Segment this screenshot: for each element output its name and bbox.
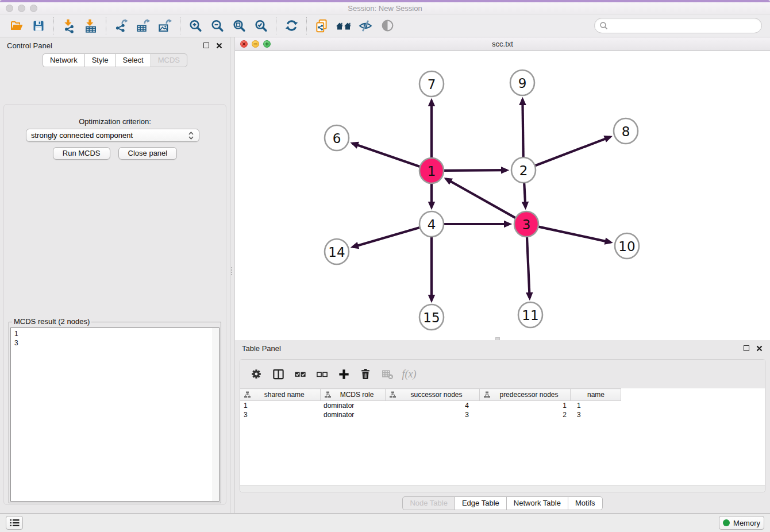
tab-network-table[interactable]: Network Table xyxy=(506,496,568,510)
result-scrollbar[interactable] xyxy=(213,328,219,501)
search-input[interactable] xyxy=(609,20,761,32)
graph-node-label-11: 11 xyxy=(522,308,538,323)
table-panel: Table Panel xyxy=(234,340,770,513)
save-session-button[interactable] xyxy=(28,16,49,36)
zoom-out-button[interactable] xyxy=(206,16,228,36)
network-overview-button[interactable] xyxy=(333,16,355,36)
vertical-splitter-grip[interactable] xyxy=(231,267,234,275)
cell-name[interactable]: 3 xyxy=(570,410,621,419)
memory-button[interactable]: Memory xyxy=(719,516,764,530)
graph-edge-3-11[interactable] xyxy=(527,234,530,298)
run-mcds-button[interactable]: Run MCDS xyxy=(53,147,110,160)
delete-table-icon xyxy=(381,368,394,381)
duplicate-network-button[interactable] xyxy=(311,16,333,36)
duplicate-network-icon xyxy=(314,18,329,33)
column-header-shared-name[interactable]: shared name xyxy=(240,389,320,401)
criterion-select[interactable]: strongly connected component xyxy=(26,129,199,142)
show-graphics-details-button[interactable] xyxy=(376,16,398,36)
tab-style[interactable]: Style xyxy=(84,53,116,67)
search-box xyxy=(594,18,762,33)
column-header-name[interactable]: name xyxy=(570,389,621,401)
graph-node-label-3: 3 xyxy=(522,217,531,232)
delete-table-button[interactable] xyxy=(378,365,396,383)
toolbar-separator xyxy=(106,17,106,34)
open-session-button[interactable] xyxy=(6,16,28,36)
cell-shared-name[interactable]: 3 xyxy=(240,410,320,419)
table-header-row: shared name MCDS role successor nodes pr… xyxy=(240,389,621,401)
apply-function-button[interactable]: f(x) xyxy=(400,365,418,383)
graph-edge-4-14[interactable] xyxy=(353,227,422,247)
zoom-out-icon xyxy=(210,19,224,33)
graph-node-label-4: 4 xyxy=(428,217,436,232)
table-horizontal-scrollbar[interactable] xyxy=(240,485,765,492)
task-history-button[interactable] xyxy=(6,516,23,530)
table-row[interactable]: 1 dominator 4 1 1 xyxy=(240,401,621,410)
criterion-select-value: strongly connected component xyxy=(31,131,188,140)
graph-node-label-14: 14 xyxy=(328,245,345,260)
deselect-all-icon xyxy=(315,368,329,381)
graph-edge-1-2[interactable] xyxy=(441,170,507,171)
column-header-successor-nodes[interactable]: successor nodes xyxy=(385,389,479,401)
cell-predecessor-nodes[interactable]: 2 xyxy=(479,410,570,419)
hide-panels-button[interactable] xyxy=(355,16,376,36)
table-panel-header: Table Panel xyxy=(235,340,770,356)
function-icon: f(x) xyxy=(402,368,417,380)
close-panel-button[interactable] xyxy=(215,41,223,49)
cell-mcds-role[interactable]: dominator xyxy=(320,401,385,410)
tab-node-table[interactable]: Node Table xyxy=(402,496,455,510)
deselect-all-button[interactable] xyxy=(313,365,331,383)
column-header-predecessor-nodes[interactable]: predecessor nodes xyxy=(479,389,570,401)
add-row-button[interactable] xyxy=(334,365,353,383)
table-float-button[interactable] xyxy=(742,344,750,352)
graph-edge-3-10[interactable] xyxy=(536,226,611,242)
graph-node-label-10: 10 xyxy=(618,239,635,254)
cell-successor-nodes[interactable]: 3 xyxy=(385,410,479,419)
import-network-icon xyxy=(61,18,76,33)
cell-name[interactable]: 1 xyxy=(570,401,621,410)
select-all-button[interactable] xyxy=(291,365,309,383)
tab-network[interactable]: Network xyxy=(43,53,84,67)
graph-edge-2-9[interactable] xyxy=(522,99,523,160)
import-network-button[interactable] xyxy=(58,16,80,36)
graph-node-label-1: 1 xyxy=(428,164,436,179)
graph-edge-3-1[interactable] xyxy=(446,179,518,219)
tab-motifs[interactable]: Motifs xyxy=(568,496,603,510)
table-row[interactable]: 3 dominator 3 2 3 xyxy=(240,410,621,419)
refresh-icon xyxy=(284,18,299,33)
column-header-mcds-role[interactable]: MCDS role xyxy=(320,389,385,401)
cell-mcds-role[interactable]: dominator xyxy=(320,410,385,419)
show-columns-button[interactable] xyxy=(269,365,287,383)
graph-node-label-9: 9 xyxy=(518,76,527,91)
graph-edge-2-3[interactable] xyxy=(524,180,526,207)
export-table-button[interactable] xyxy=(132,16,154,36)
network-canvas[interactable]: 1234678910111415 xyxy=(235,51,770,340)
houses-icon xyxy=(335,19,352,33)
import-table-icon xyxy=(83,18,98,33)
table-options-button[interactable] xyxy=(247,365,265,383)
cell-predecessor-nodes[interactable]: 1 xyxy=(479,401,570,410)
graph-edge-1-6[interactable] xyxy=(352,143,422,167)
export-image-button[interactable] xyxy=(154,16,176,36)
export-table-icon xyxy=(136,18,151,33)
stepper-icon xyxy=(188,131,194,140)
import-table-button[interactable] xyxy=(80,16,102,36)
export-network-button[interactable] xyxy=(110,16,132,36)
zoom-in-button[interactable] xyxy=(184,16,206,36)
zoom-fit-button[interactable] xyxy=(228,16,250,36)
float-panel-button[interactable] xyxy=(202,41,210,49)
zoom-fit-icon xyxy=(232,19,246,33)
graph-node-label-15: 15 xyxy=(423,310,440,325)
tab-select[interactable]: Select xyxy=(116,53,151,67)
tab-mcds[interactable]: MCDS xyxy=(151,53,187,67)
delete-row-button[interactable] xyxy=(356,365,375,383)
apply-preferred-layout-button[interactable] xyxy=(280,16,302,36)
mcds-result-text[interactable]: 1 3 xyxy=(11,328,219,349)
tab-edge-table[interactable]: Edge Table xyxy=(455,496,506,510)
graph-edge-2-8[interactable] xyxy=(533,137,610,167)
cell-successor-nodes[interactable]: 4 xyxy=(385,401,479,410)
node-table: shared name MCDS role successor nodes pr… xyxy=(240,388,621,419)
table-close-button[interactable] xyxy=(755,344,763,352)
zoom-selected-button[interactable] xyxy=(250,16,272,36)
close-panel-button-mcds[interactable]: Close panel xyxy=(118,147,178,160)
cell-shared-name[interactable]: 1 xyxy=(240,401,320,410)
